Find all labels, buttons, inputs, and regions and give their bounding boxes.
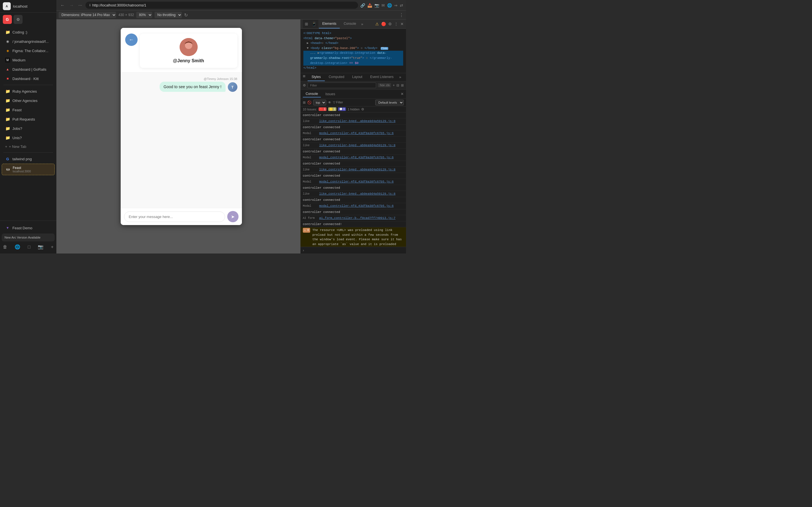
console-settings-icon[interactable]: ⊞ xyxy=(303,101,306,105)
con-text: controller connected xyxy=(303,149,404,154)
console-subtab[interactable]: Console xyxy=(303,91,321,98)
sidebar-item-unis[interactable]: 📁 Unis? xyxy=(2,133,55,142)
settings-icon-btn[interactable]: ⚙ xyxy=(13,15,22,24)
nav-back-button[interactable]: ← xyxy=(59,2,66,8)
panel-tab-more[interactable]: » xyxy=(398,73,403,81)
computed-icon[interactable]: ⊞ xyxy=(401,83,404,87)
url-text: http://localhost:3000/chatrooms/1 xyxy=(92,3,146,7)
address-bar[interactable]: ℹ http://localhost:3000/chatrooms/1 xyxy=(86,2,358,9)
sidebar-item-github[interactable]: ◉ / jonathangrinstead/f... xyxy=(2,37,55,46)
devtools-device-icon[interactable]: 📱 xyxy=(311,21,317,27)
throttle-selector[interactable]: No throttling xyxy=(154,12,182,18)
sidebar-item-feast-active[interactable]: 🍽 Feast localhost:3000 xyxy=(2,164,55,175)
sidebar-item-other[interactable]: 📁 Other Agencies xyxy=(2,96,55,105)
con-link[interactable]: like_controller-b4ed..ab0ea9d4a59129.js:… xyxy=(319,119,396,124)
code-line-2: <html data-theme="pastel"> xyxy=(303,36,403,41)
nav-forward-button[interactable]: → xyxy=(68,2,75,8)
issues-settings-icon[interactable]: ⚙ xyxy=(361,107,364,111)
warning-icon[interactable]: ⚠ xyxy=(375,22,379,26)
sidebar-item-gorails[interactable]: ▲ Dashboard | GoRails xyxy=(2,65,55,74)
add-icon[interactable]: + xyxy=(51,244,54,249)
pseudo-filter[interactable]: :hov .cls xyxy=(378,83,391,87)
rotate-icon[interactable]: ↻ xyxy=(184,12,188,18)
error-icon[interactable]: 🔴 xyxy=(381,22,386,26)
devtools-inspect-icon[interactable]: ⊞ xyxy=(304,21,309,27)
styles-filter-input[interactable] xyxy=(308,82,376,88)
context-selector[interactable]: top xyxy=(313,100,326,105)
devtools-selector-icon[interactable]: ⊞ xyxy=(301,73,308,81)
globe-nav-icon[interactable]: 🌐 xyxy=(387,3,392,8)
tab-console[interactable]: Console xyxy=(340,19,359,29)
sidebar-item-coding[interactable]: 📁 Coding :) xyxy=(2,27,55,37)
layout-icon[interactable]: ⊟ xyxy=(396,83,399,87)
con-link[interactable]: like_controller-b4ed..ab0ea9d4a59129.js:… xyxy=(319,143,396,148)
con-link[interactable]: modal_controller-4fd_43df8a38fc67b5.js:6 xyxy=(319,204,394,209)
con-link[interactable]: modal_controller-4fd_43df8a38fc67b5.js:6 xyxy=(319,155,394,160)
close-devtools-icon[interactable]: ✕ xyxy=(400,22,404,26)
sidebar-item-feast[interactable]: 📁 Feast xyxy=(2,105,55,114)
new-tab-button[interactable]: + + New Tab xyxy=(2,143,55,151)
kebab-icon[interactable]: ⋮ xyxy=(394,22,398,26)
mail-icon[interactable]: ✉ xyxy=(382,3,385,8)
tab-more[interactable]: » xyxy=(360,20,364,29)
link-icon[interactable]: 🔗 xyxy=(360,3,365,8)
tab-layout[interactable]: Layout xyxy=(348,73,366,81)
sidebar-item-kitt[interactable]: ■ Dashboard · Kitt xyxy=(2,74,55,83)
close-console-icon[interactable]: ✕ xyxy=(401,92,404,96)
sidebar-item-label: Jobs? xyxy=(12,126,22,131)
code-line-5[interactable]: ... ▶<grammarly-desktop-integration data… xyxy=(303,51,403,66)
more-options-icon[interactable]: ⋮ xyxy=(399,12,404,18)
log-level-selector[interactable]: Default levels xyxy=(375,100,404,105)
sidebar-item-ruby[interactable]: 📁 Ruby Agencies xyxy=(2,87,55,96)
device-selector[interactable]: Dimensions: iPhone 14 Pro Max xyxy=(59,12,116,18)
window-icon[interactable]: □ xyxy=(28,244,31,249)
con-link[interactable]: modal_controller-4fd_43df8a38fc67b5.js:6 xyxy=(319,179,394,184)
zoom-selector[interactable]: 80% xyxy=(136,12,152,18)
sidebar-item-label: Coding :) xyxy=(12,30,28,34)
sidebar-item-figma[interactable]: ◈ Figma: The Collabor... xyxy=(2,46,55,55)
screenshot-icon[interactable]: 📷 xyxy=(38,244,43,249)
chat-messages[interactable]: @Timmy Johnson 15:38 Good to see you on … xyxy=(121,73,242,208)
con-link[interactable]: like_controller-b4ed..ab0ea9d4a59129.js:… xyxy=(319,167,396,172)
devtools-code-view: <!DOCTYPE html> <html data-theme="pastel… xyxy=(301,29,406,73)
con-link[interactable]: modal_controller-4fd_43df8a38fc67b5.js:6 xyxy=(319,131,394,136)
message-input[interactable] xyxy=(124,212,225,222)
sidebar-item-pull-requests[interactable]: 📁 Pull Requests xyxy=(2,115,55,124)
sidebar-item-medium[interactable]: M Medium xyxy=(2,55,55,64)
add-style-icon[interactable]: + xyxy=(393,83,395,87)
filter-console-icon[interactable]: ▽ Filter xyxy=(333,101,343,104)
error-badge: 🔴 1 xyxy=(319,107,326,111)
settings-devtools-icon[interactable]: ⚙ xyxy=(388,22,392,26)
chat-back-button[interactable]: ← xyxy=(125,34,138,46)
globe-icon[interactable]: 🌐 xyxy=(15,244,20,249)
eye-icon[interactable]: 👁 xyxy=(328,101,331,105)
con-text: controller connected xyxy=(303,198,404,203)
con-text: controller connected xyxy=(303,186,404,190)
tab-event-listeners[interactable]: Event Listeners xyxy=(366,73,398,81)
con-label: Modal xyxy=(303,156,317,160)
console-row: controller connected xyxy=(301,197,406,203)
sidebar-item-feast-demo[interactable]: ▼ Feast Demo xyxy=(2,223,55,232)
tab-elements[interactable]: Elements xyxy=(319,19,340,29)
issues-subtab[interactable]: Issues xyxy=(322,91,338,97)
con-link[interactable]: like_controller-b4ed..ab0ea9d4a59129.js:… xyxy=(319,191,396,196)
download-icon[interactable]: 📥 xyxy=(367,3,372,8)
sidebar-item-jobs[interactable]: 📁 Jobs? xyxy=(2,124,55,133)
nav-more-button[interactable]: ··· xyxy=(77,2,83,8)
swap-icon[interactable]: ⇄ xyxy=(400,3,403,8)
folder-icon: 📁 xyxy=(5,30,10,35)
sidebar-item-tailwind[interactable]: G tailwind png xyxy=(2,154,55,163)
sidebar-item-label: tailwind png xyxy=(12,157,32,161)
notification-banner[interactable]: New Arc Version Available xyxy=(2,233,55,241)
gmail-icon-btn[interactable]: G xyxy=(3,15,12,24)
camera-icon[interactable]: 📷 xyxy=(374,3,379,8)
forward-icon[interactable]: ⇒ xyxy=(394,3,398,8)
browser-nav: ← → ··· ℹ http://localhost:3000/chatroom… xyxy=(56,0,406,11)
console-messages[interactable]: controller connected like like_controlle… xyxy=(301,112,406,247)
con-link[interactable]: ai_form_controller-b..f9cad7ff740913.js:… xyxy=(319,216,396,221)
tab-styles[interactable]: Styles xyxy=(308,73,325,81)
send-button[interactable]: ➤ xyxy=(227,211,239,222)
clear-console-icon[interactable]: 🚫 xyxy=(307,101,312,105)
tab-computed[interactable]: Computed xyxy=(325,73,348,81)
trash-icon[interactable]: 🗑 xyxy=(3,244,7,249)
